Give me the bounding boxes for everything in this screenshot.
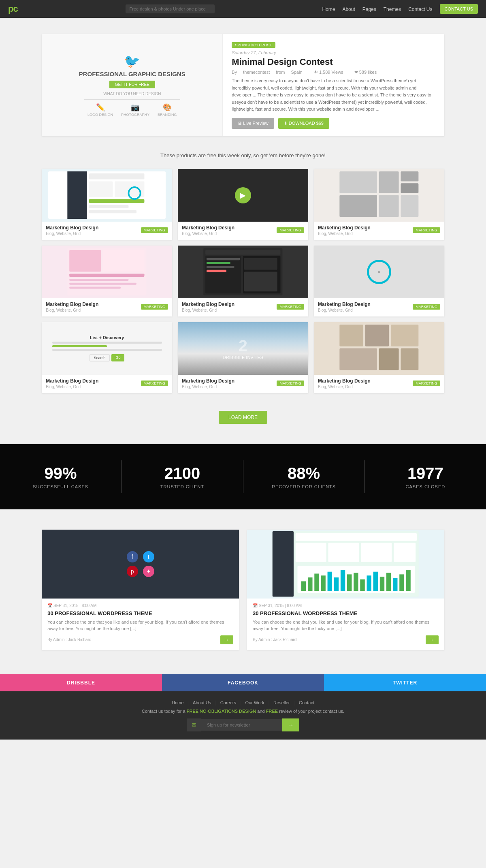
svg-rect-56	[367, 575, 371, 591]
contact-us-button[interactable]: CONTACT US	[440, 4, 478, 14]
load-more-section: LOAD MORE	[24, 407, 462, 436]
card-image-1-2: ▶	[178, 169, 308, 222]
hero-sub: WHAT DO YOU NEED DESIGN	[79, 92, 185, 96]
grid-card-2-3: ○ Marketing Blog Design Blog, Website, G…	[314, 246, 444, 316]
card-title: Marketing Blog Design	[182, 225, 234, 231]
grid-card-3-2: 2 DRIBBBLE INVITES Marketing Blog Design…	[178, 322, 308, 393]
svg-rect-42	[328, 543, 359, 562]
blog-card-meta-2: 📅 SEP 31, 2015 | 8:00 AM	[253, 603, 439, 608]
hero-image: 🐦 PROFESSIONAL GRAPHIC DESIGNS GET IT FO…	[42, 34, 223, 136]
stat-item-3: 1977 CASES CLOSED	[365, 460, 486, 493]
blog-card-author-2: By Admin : Jack Richard	[253, 637, 296, 642]
svg-rect-53	[347, 575, 352, 591]
newsletter-input[interactable]	[201, 719, 282, 731]
grid-card-2-1: Marketing Blog Design Blog, Website, Gri…	[42, 246, 172, 316]
svg-rect-57	[373, 572, 378, 591]
card-title: Marketing Blog Design	[182, 378, 234, 384]
hero-get-btn[interactable]: GET IT FOR FREE	[109, 81, 155, 88]
blog-card-1: f t p ✦ 📅 SEP 31, 2015 | 8:00 AM 30 PROF…	[42, 530, 239, 650]
twitter-icon: t	[143, 551, 154, 562]
svg-rect-37	[401, 348, 418, 370]
stats-section: 99% SUCCESSFULL CASES 2100 TRUSTED CLIEN…	[0, 444, 486, 509]
blog-more-button-2[interactable]: →	[426, 635, 439, 644]
svg-rect-49	[321, 575, 326, 591]
blog-card-title-1: 30 PROFESSIONAL WORDPRESS THEME	[47, 610, 233, 616]
hero-graphic-title: PROFESSIONAL GRAPHIC DESIGNS	[79, 71, 185, 77]
newsletter-icon: ✉	[187, 718, 201, 731]
nav-pages[interactable]: Pages	[362, 6, 376, 12]
card-tags: Blog, Website, Grid	[182, 308, 234, 312]
card-badge: MARKETING	[141, 381, 168, 386]
svg-rect-59	[386, 573, 391, 591]
dribbble-tab[interactable]: DRIBBBLE	[0, 674, 162, 691]
blog-more-button-1[interactable]: →	[220, 635, 233, 644]
nav-home[interactable]: Home	[322, 6, 335, 12]
nav-about[interactable]: About	[342, 6, 355, 12]
stat-item-0: 99% SUCCESSFULL CASES	[0, 460, 122, 493]
stat-label-3: CASES CLOSED	[373, 484, 478, 489]
newsletter-button[interactable]: →	[282, 718, 299, 731]
footer-link-contact[interactable]: Contact	[299, 700, 314, 705]
svg-rect-13	[379, 195, 399, 217]
circle-ui: ○	[367, 260, 391, 284]
nav-themes[interactable]: Themes	[384, 6, 401, 12]
blog-card-title-2: 30 PROFESSIONAL WORDPRESS THEME	[253, 610, 439, 616]
card-image-2-2	[178, 246, 308, 298]
svg-rect-48	[314, 574, 319, 591]
card-title: Marketing Blog Design	[46, 225, 98, 231]
grid-card-1-2: ▶ Marketing Blog Design Blog, Website, G…	[178, 169, 308, 240]
footer-link-about[interactable]: About Us	[193, 700, 211, 705]
svg-rect-50	[328, 572, 332, 591]
svg-rect-11	[401, 184, 418, 193]
nav-menu: Home About Pages Themes Contact Us CONTA…	[322, 4, 478, 14]
blog-card-image-1: f t p ✦	[42, 530, 239, 599]
download-button[interactable]: ⬇ DOWNLOAD $69	[278, 118, 329, 129]
blog-card-desc-1: You can choose the one that you like and…	[47, 619, 233, 632]
sponsored-badge: SPONSORED POST	[232, 42, 275, 48]
svg-rect-6	[89, 210, 136, 214]
svg-rect-19	[70, 283, 137, 285]
card-badge: MARKETING	[277, 304, 304, 310]
stat-number-0: 99%	[8, 464, 113, 483]
svg-rect-39	[273, 531, 294, 597]
blog-card-body-1: 📅 SEP 31, 2015 | 8:00 AM 30 PROFESSIONAL…	[42, 599, 239, 650]
social-tabs: DRIBBBLE FACEBOOK TWITTER	[0, 674, 486, 691]
svg-rect-62	[406, 570, 411, 591]
svg-rect-17	[70, 274, 145, 277]
card-badge: MARKETING	[277, 227, 304, 233]
card-title: Marketing Blog Design	[46, 378, 98, 384]
svg-rect-54	[354, 573, 358, 591]
svg-rect-18	[70, 279, 129, 281]
load-more-button[interactable]: LOAD MORE	[219, 411, 267, 424]
facebook-tab[interactable]: FACEBOOK	[162, 674, 324, 691]
svg-rect-21	[103, 250, 144, 272]
footer-link-reseller[interactable]: Reseller	[273, 700, 290, 705]
footer-cta-link2[interactable]: FREE	[266, 709, 278, 714]
footer-link-home[interactable]: Home	[172, 700, 183, 705]
footer: Home | About Us | Careers | Our Work | R…	[0, 691, 486, 740]
grid-card-3-1: List + Discovery Search Go Marketing Blo…	[42, 322, 172, 393]
blog-card-footer-2: By Admin : Jack Richard →	[253, 635, 439, 644]
card-badge: MARKETING	[413, 304, 440, 310]
footer-link-careers[interactable]: Careers	[220, 700, 236, 705]
svg-rect-0	[68, 171, 87, 219]
blog-card-2: 📅 SEP 31, 2015 | 8:00 AM 30 PROFESSIONAL…	[247, 530, 444, 650]
hero-content: SPONSORED POST Saturday 27, February Min…	[223, 34, 444, 136]
twitter-tab[interactable]: TWITTER	[324, 674, 486, 691]
svg-rect-29	[207, 270, 226, 272]
footer-link-work[interactable]: Our Work	[245, 700, 264, 705]
svg-rect-23	[205, 250, 280, 255]
nav-contact[interactable]: Contact Us	[408, 6, 432, 12]
card-image-3-1: List + Discovery Search Go	[42, 322, 172, 375]
svg-rect-55	[360, 579, 364, 591]
footer-cta-link1[interactable]: FREE NO-OBLIGATIONS DESIGN	[187, 709, 256, 714]
hero-cat-brand: 🎨 BRANDING	[158, 103, 177, 117]
card-tags: Blog, Website, Grid	[318, 385, 371, 389]
stat-label-0: SUCCESSFULL CASES	[8, 484, 113, 489]
preview-button[interactable]: 🖥 Live Preview	[232, 118, 274, 129]
hero-date: Saturday 27, February	[232, 50, 435, 55]
svg-rect-27	[207, 262, 230, 265]
card-image-1-1	[42, 169, 172, 222]
card-image-3-2: 2 DRIBBBLE INVITES	[178, 322, 308, 375]
search-input[interactable]	[126, 4, 215, 13]
